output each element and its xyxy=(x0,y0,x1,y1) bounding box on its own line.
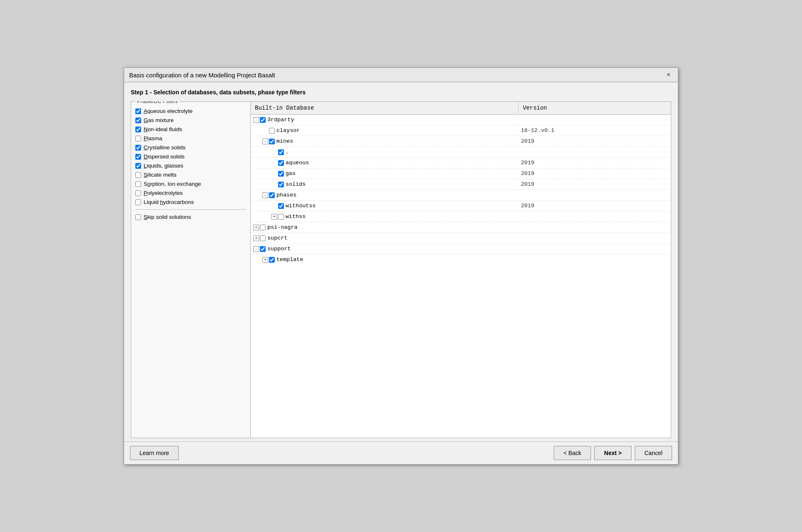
tree-cell-name-phases_withoutss: withoutss xyxy=(251,201,519,211)
filter-item-crystalline: Crystalline solids xyxy=(135,144,246,151)
tree-label-support: support xyxy=(267,246,291,252)
content-area: Phase/DC Filters Aqueous electrolyteGas … xyxy=(131,101,671,438)
learn-more-button[interactable]: Learn more xyxy=(130,446,179,460)
col-database: Built-in Database xyxy=(251,102,519,115)
tree-version-mines_gas: 2019 xyxy=(519,168,671,179)
dialog-footer: Learn more < Back Next > Cancel xyxy=(124,441,678,464)
tree-version-3rdparty xyxy=(519,115,671,125)
filter-label-sorption: Sorption, Ion exchange xyxy=(144,181,201,187)
filter-checkbox-liquids[interactable] xyxy=(135,163,141,169)
back-button[interactable]: < Back xyxy=(554,446,591,460)
tree-cell-name-support: -support xyxy=(251,244,519,254)
tree-version-mines_solids: 2019 xyxy=(519,179,671,190)
filter-label-plasma: Plasma xyxy=(144,135,162,141)
tree-row-mines_aqueous: aqueous2019 xyxy=(251,158,671,168)
tree-toggle-mines[interactable]: - xyxy=(262,139,268,144)
tree-label-template: template xyxy=(276,256,303,263)
next-button[interactable]: Next > xyxy=(594,446,632,460)
filter-checkbox-plasma[interactable] xyxy=(135,136,141,141)
tree-label-claysor: claysor xyxy=(276,127,300,134)
tree-toggle-psi-nagra[interactable]: + xyxy=(253,225,259,230)
tree-version-mines_aqueous: 2019 xyxy=(519,158,671,168)
tree-checkbox-3rdparty[interactable] xyxy=(260,117,266,123)
filter-item-dispersed: Dispersed solids xyxy=(135,153,246,160)
filter-item-liquids: Liquids, glasses xyxy=(135,163,246,169)
tree-checkbox-psi-nagra[interactable] xyxy=(260,225,266,230)
tree-toggle-phases[interactable]: - xyxy=(262,192,268,198)
tree-toggle-supcrt[interactable]: + xyxy=(253,235,259,241)
tree-checkbox-mines_solids[interactable] xyxy=(278,182,284,187)
tree-cell-name-3rdparty: -3rdparty xyxy=(251,115,519,125)
tree-checkbox-mines[interactable] xyxy=(269,139,275,144)
tree-version-supcrt xyxy=(519,233,671,244)
filter-checkbox-sorption[interactable] xyxy=(135,181,141,187)
dialog-title: Basis configuration of a new Modelling P… xyxy=(129,72,275,79)
tree-version-mines: 2019 xyxy=(519,136,671,147)
filter-checkbox-dispersed[interactable] xyxy=(135,154,141,160)
tree-label-mines: mines xyxy=(276,138,293,144)
tree-checkbox-template[interactable] xyxy=(269,257,275,263)
tree-checkbox-phases[interactable] xyxy=(269,192,275,198)
tree-checkbox-phases_withoutss[interactable] xyxy=(278,203,284,209)
close-button[interactable]: × xyxy=(664,70,673,79)
filter-label-liquids: Liquids, glasses xyxy=(144,163,183,169)
database-panel: Built-in Database Version -3rdpartyclays… xyxy=(251,101,671,438)
tree-toggle-template[interactable]: + xyxy=(262,257,268,263)
tree-cell-name-mines_gas: gas xyxy=(251,168,519,179)
tree-toggle-support[interactable]: - xyxy=(253,246,259,252)
filter-checkbox-crystalline[interactable] xyxy=(135,145,141,151)
tree-version-phases xyxy=(519,190,671,201)
tree-checkbox-mines_aqueous[interactable] xyxy=(278,160,284,166)
tree-cell-name-mines_solids: solids xyxy=(251,179,519,190)
tree-version-mines_dot xyxy=(519,147,671,158)
filter-label-silicate: Silicate melts xyxy=(144,172,177,178)
tree-checkbox-mines_gas[interactable] xyxy=(278,171,284,177)
cancel-button[interactable]: Cancel xyxy=(635,446,672,460)
filter-item-gas: Gas mixture xyxy=(135,117,246,123)
tree-cell-name-phases_withss: +withss xyxy=(251,211,519,222)
filter-item-polyelectrolytes: Polyelectrolytes xyxy=(135,190,246,196)
filter-item-liquidhydro: Liquid hydrocarbons xyxy=(135,199,246,205)
tree-row-supcrt: +supcrt xyxy=(251,233,671,244)
filter-checkbox-gas[interactable] xyxy=(135,117,141,123)
tree-label-3rdparty: 3rdparty xyxy=(267,117,294,123)
tree-label-phases_withoutss: withoutss xyxy=(286,203,316,209)
step-title: Step 1 - Selection of databases, data su… xyxy=(131,89,671,96)
filter-checkbox-nonideal[interactable] xyxy=(135,127,141,132)
tree-checkbox-claysor[interactable] xyxy=(269,128,275,134)
database-table: Built-in Database Version -3rdpartyclays… xyxy=(251,102,671,265)
tree-row-psi-nagra: +psi-nagra xyxy=(251,222,671,233)
footer-right: < Back Next > Cancel xyxy=(554,446,672,460)
tree-cell-name-template: +template xyxy=(251,254,519,265)
filter-item-sorption: Sorption, Ion exchange xyxy=(135,181,246,187)
tree-cell-name-mines_dot: . xyxy=(251,147,519,158)
tree-checkbox-support[interactable] xyxy=(260,246,266,252)
tree-cell-name-psi-nagra: +psi-nagra xyxy=(251,222,519,233)
tree-toggle-3rdparty[interactable]: - xyxy=(253,117,259,123)
filter-label-liquidhydro: Liquid hydrocarbons xyxy=(144,199,194,205)
tree-label-mines_solids: solids xyxy=(286,181,306,187)
filters-legend: Phase/DC Filters xyxy=(135,101,179,104)
tree-version-psi-nagra xyxy=(519,222,671,233)
tree-checkbox-phases_withss[interactable] xyxy=(278,214,284,220)
filter-item-aqueous: Aqueous electrolyte xyxy=(135,108,246,114)
filters-panel: Phase/DC Filters Aqueous electrolyteGas … xyxy=(131,101,251,438)
tree-checkbox-mines_dot[interactable] xyxy=(278,149,284,155)
tree-label-mines_aqueous: aqueous xyxy=(286,160,309,166)
tree-row-support: -support xyxy=(251,244,671,254)
filter-item-plasma: Plasma xyxy=(135,135,246,141)
tree-row-phases: -phases xyxy=(251,190,671,201)
filter-checkbox-skipsolid[interactable] xyxy=(135,214,141,220)
tree-label-phases_withss: withss xyxy=(286,213,306,220)
filter-checkbox-aqueous[interactable] xyxy=(135,108,141,114)
filter-checkbox-liquidhydro[interactable] xyxy=(135,199,141,205)
filter-checkbox-silicate[interactable] xyxy=(135,172,141,178)
filter-checkbox-polyelectrolytes[interactable] xyxy=(135,190,141,196)
tree-cell-name-claysor: claysor xyxy=(251,125,519,136)
tree-toggle-phases_withss[interactable]: + xyxy=(271,214,277,220)
filter-label-nonideal: Non-ideal fluids xyxy=(144,126,182,132)
tree-checkbox-supcrt[interactable] xyxy=(260,235,266,241)
filter-item-silicate: Silicate melts xyxy=(135,172,246,178)
footer-left: Learn more xyxy=(130,446,179,460)
tree-version-template xyxy=(519,254,671,265)
